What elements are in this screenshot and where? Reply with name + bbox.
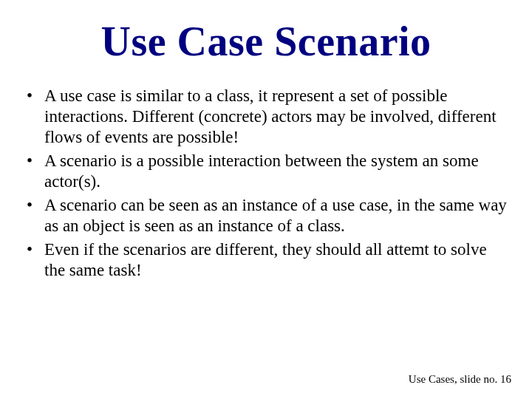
list-item: A scenario can be seen as an instance of…	[21, 195, 511, 236]
list-item: A use case is similar to a class, it rep…	[21, 86, 511, 148]
slide-footer: Use Cases, slide no. 16	[409, 373, 511, 386]
list-item: A scenario is a possible interaction bet…	[21, 151, 511, 192]
slide: Use Case Scenario A use case is similar …	[0, 0, 532, 399]
slide-body: A use case is similar to a class, it rep…	[21, 86, 511, 281]
slide-title: Use Case Scenario	[21, 18, 511, 65]
bullet-list: A use case is similar to a class, it rep…	[21, 86, 511, 281]
list-item: Even if the scenarios are different, the…	[21, 239, 511, 281]
